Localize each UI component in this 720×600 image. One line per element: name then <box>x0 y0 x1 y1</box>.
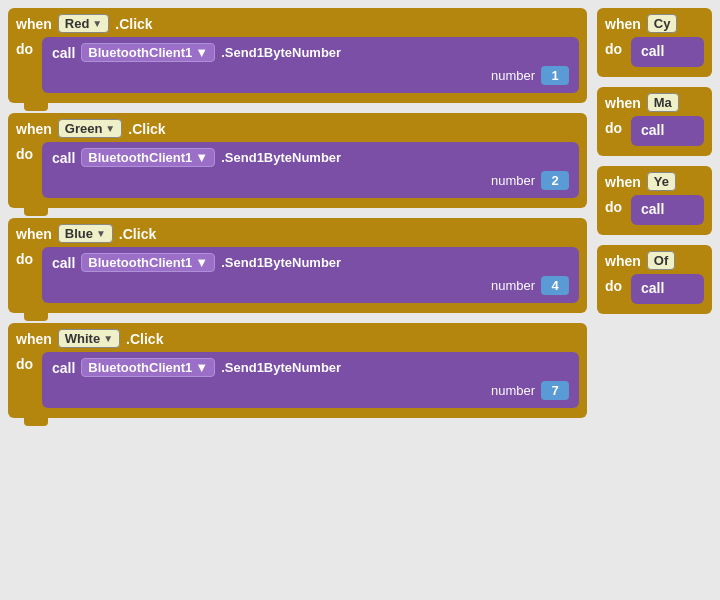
white-when-row: when White ▼ .Click <box>16 329 579 348</box>
off-block: when Of do call <box>597 245 712 314</box>
cyan-call-block: call <box>631 37 704 67</box>
left-column: when Red ▼ .Click do call BluetoothClien… <box>8 8 587 592</box>
blue-number-label: number <box>491 278 535 293</box>
magenta-call-row: call <box>641 122 694 138</box>
red-when-row: when Red ▼ .Click <box>16 14 579 33</box>
blue-when-label: when <box>16 226 52 242</box>
green-button-label: Green <box>65 121 103 136</box>
magenta-button-label: Ma <box>654 95 672 110</box>
white-bt-dropdown[interactable]: BluetoothClient1 ▼ <box>81 358 215 377</box>
red-when-label: when <box>16 16 52 32</box>
red-block: when Red ▼ .Click do call BluetoothClien… <box>8 8 587 103</box>
cyan-when-label: when <box>605 16 641 32</box>
red-number-row: number 1 <box>52 66 569 85</box>
off-call-row: call <box>641 280 694 296</box>
green-method-label: .Send1ByteNumber <box>221 150 341 165</box>
blue-call-label: call <box>52 255 75 271</box>
red-method-label: .Send1ByteNumber <box>221 45 341 60</box>
red-bt-arrow: ▼ <box>195 45 208 60</box>
white-number-badge: 7 <box>541 381 569 400</box>
white-method-label: .Send1ByteNumber <box>221 360 341 375</box>
green-number-badge: 2 <box>541 171 569 190</box>
magenta-button-dropdown[interactable]: Ma <box>647 93 679 112</box>
blue-call-row: call BluetoothClient1 ▼ .Send1ByteNumber <box>52 253 569 272</box>
blue-button-dropdown[interactable]: Blue ▼ <box>58 224 113 243</box>
yellow-do-label: do <box>605 195 625 215</box>
green-call-label: call <box>52 150 75 166</box>
green-when-row: when Green ▼ .Click <box>16 119 579 138</box>
magenta-do-label: do <box>605 116 625 136</box>
blue-call-block: call BluetoothClient1 ▼ .Send1ByteNumber… <box>42 247 579 303</box>
white-do-label: do <box>16 352 36 372</box>
green-do-label: do <box>16 142 36 162</box>
blue-bt-arrow: ▼ <box>195 255 208 270</box>
cyan-do-row: do call <box>605 37 704 67</box>
cyan-when-row: when Cy <box>605 14 704 33</box>
yellow-button-dropdown[interactable]: Ye <box>647 172 676 191</box>
green-call-row: call BluetoothClient1 ▼ .Send1ByteNumber <box>52 148 569 167</box>
blue-block: when Blue ▼ .Click do call BluetoothClie… <box>8 218 587 313</box>
blue-number-badge: 4 <box>541 276 569 295</box>
magenta-call-label: call <box>641 122 664 138</box>
yellow-when-label: when <box>605 174 641 190</box>
red-call-label: call <box>52 45 75 61</box>
white-bt-arrow: ▼ <box>195 360 208 375</box>
yellow-call-label: call <box>641 201 664 217</box>
green-block: when Green ▼ .Click do call BluetoothCli… <box>8 113 587 208</box>
white-button-dropdown[interactable]: White ▼ <box>58 329 120 348</box>
off-when-row: when Of <box>605 251 704 270</box>
blue-do-label: do <box>16 247 36 267</box>
cyan-block: when Cy do call <box>597 8 712 77</box>
blue-bt-dropdown[interactable]: BluetoothClient1 ▼ <box>81 253 215 272</box>
cyan-call-row: call <box>641 43 694 59</box>
magenta-do-row: do call <box>605 116 704 146</box>
cyan-call-label: call <box>641 43 664 59</box>
white-dropdown-arrow: ▼ <box>103 333 113 344</box>
red-bt-dropdown[interactable]: BluetoothClient1 ▼ <box>81 43 215 62</box>
red-call-row: call BluetoothClient1 ▼ .Send1ByteNumber <box>52 43 569 62</box>
magenta-when-label: when <box>605 95 641 111</box>
blue-when-row: when Blue ▼ .Click <box>16 224 579 243</box>
blue-button-label: Blue <box>65 226 93 241</box>
green-number-row: number 2 <box>52 171 569 190</box>
red-bt-label: BluetoothClient1 <box>88 45 192 60</box>
green-bt-dropdown[interactable]: BluetoothClient1 ▼ <box>81 148 215 167</box>
green-do-row: do call BluetoothClient1 ▼ .Send1ByteNum… <box>16 142 579 198</box>
magenta-call-block: call <box>631 116 704 146</box>
green-bt-arrow: ▼ <box>195 150 208 165</box>
off-button-dropdown[interactable]: Of <box>647 251 675 270</box>
white-button-label: White <box>65 331 100 346</box>
off-when-label: when <box>605 253 641 269</box>
white-bt-label: BluetoothClient1 <box>88 360 192 375</box>
white-call-row: call BluetoothClient1 ▼ .Send1ByteNumber <box>52 358 569 377</box>
white-do-row: do call BluetoothClient1 ▼ .Send1ByteNum… <box>16 352 579 408</box>
blue-dropdown-arrow: ▼ <box>96 228 106 239</box>
red-button-dropdown[interactable]: Red ▼ <box>58 14 109 33</box>
red-do-row: do call BluetoothClient1 ▼ .Send1ByteNum… <box>16 37 579 93</box>
green-when-label: when <box>16 121 52 137</box>
off-call-block: call <box>631 274 704 304</box>
white-when-label: when <box>16 331 52 347</box>
cyan-button-dropdown[interactable]: Cy <box>647 14 678 33</box>
white-block: when White ▼ .Click do call BluetoothCli… <box>8 323 587 418</box>
blue-do-row: do call BluetoothClient1 ▼ .Send1ByteNum… <box>16 247 579 303</box>
yellow-button-label: Ye <box>654 174 669 189</box>
red-number-badge: 1 <box>541 66 569 85</box>
off-call-label: call <box>641 280 664 296</box>
green-bt-label: BluetoothClient1 <box>88 150 192 165</box>
magenta-when-row: when Ma <box>605 93 704 112</box>
white-click-label: .Click <box>126 331 163 347</box>
red-number-label: number <box>491 68 535 83</box>
green-dropdown-arrow: ▼ <box>105 123 115 134</box>
red-button-label: Red <box>65 16 90 31</box>
right-column: when Cy do call when Ma <box>597 8 712 592</box>
yellow-do-row: do call <box>605 195 704 225</box>
yellow-call-block: call <box>631 195 704 225</box>
white-call-block: call BluetoothClient1 ▼ .Send1ByteNumber… <box>42 352 579 408</box>
blue-click-label: .Click <box>119 226 156 242</box>
cyan-do-label: do <box>605 37 625 57</box>
green-button-dropdown[interactable]: Green ▼ <box>58 119 122 138</box>
cyan-button-label: Cy <box>654 16 671 31</box>
white-call-label: call <box>52 360 75 376</box>
yellow-when-row: when Ye <box>605 172 704 191</box>
